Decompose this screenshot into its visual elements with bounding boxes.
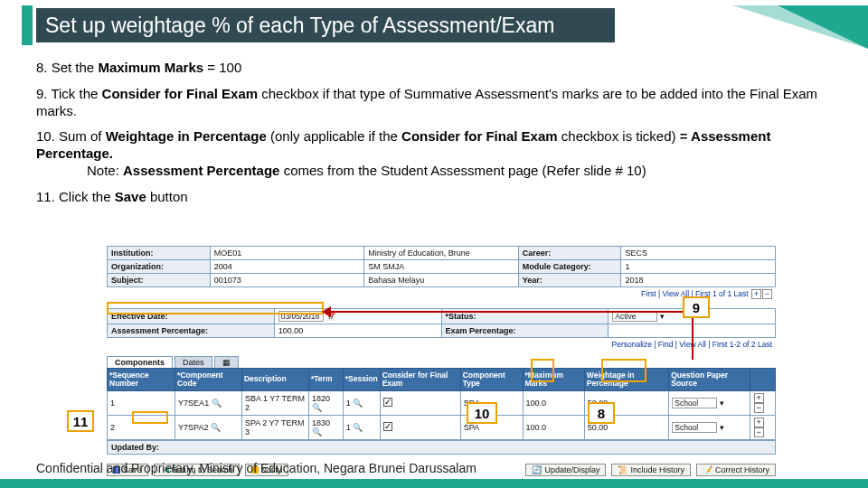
update-display-button[interactable]: 🔄 Update/Display (525, 464, 606, 476)
arrow-head-icon (322, 306, 331, 317)
effective-date-field[interactable]: 03/05/2018 (278, 311, 324, 322)
tab-showall[interactable]: ▦ (214, 356, 239, 368)
col-code[interactable]: *Component Code (175, 369, 242, 391)
tab-dates[interactable]: Dates (175, 356, 212, 368)
module-category-value: 1 (621, 260, 776, 274)
col-max[interactable]: *Maximum Marks (523, 369, 584, 391)
col-actions (750, 369, 775, 391)
assessment-pct-label: Assessment Percentage: (108, 324, 275, 338)
tab-components[interactable]: Components (107, 356, 173, 368)
step-8: 8. Set the Maximum Marks = 100 (36, 60, 832, 77)
institution-desc: Ministry of Education, Brune (364, 247, 519, 260)
callout-9: 9 (683, 296, 710, 318)
col-wt[interactable]: Weightage in Percentage (584, 369, 668, 391)
include-history-button[interactable]: 📜 Include History (611, 464, 691, 476)
subject-desc: Bahasa Melayu (364, 274, 519, 287)
annotation-arrow-vertical (692, 311, 693, 360)
updated-by-label: Updated By: (107, 440, 776, 455)
components-grid: *Sequence Number *Component Code Descrip… (107, 368, 776, 440)
step-9: 9. Tick the Consider for Final Exam chec… (36, 86, 832, 120)
callout-8: 8 (588, 402, 615, 424)
tab-row: Components Dates ▦ (107, 356, 776, 368)
slide-title: Set up weightage % of each Type of Asses… (36, 8, 615, 42)
col-desc[interactable]: Description (241, 369, 308, 391)
institution-value: MOE01 (210, 247, 364, 260)
callout-11: 11 (67, 410, 94, 432)
annotation-arrow (327, 311, 693, 313)
organization-value: 2004 (210, 260, 364, 274)
footer-text: Confidential and Proprietary, Ministry o… (36, 461, 476, 475)
col-consider[interactable]: Consider for Final Exam (380, 369, 460, 391)
app-screenshot: Institution: MOE01 Ministry of Education… (107, 246, 776, 476)
module-category-label: Module Category: (518, 260, 621, 274)
slide-title-area: Set up weightage % of each Type of Asses… (0, 5, 868, 51)
title-accent-bar (22, 5, 33, 45)
remove-row-icon[interactable]: − (754, 403, 764, 413)
exam-pct-label: Exam Percentage: (441, 324, 609, 338)
step-11: 11. Click the Save button (36, 189, 832, 206)
footer-bar (0, 479, 868, 488)
consider-checkbox[interactable] (383, 398, 392, 407)
organization-label: Organization: (108, 260, 211, 274)
header-info-table: Institution: MOE01 Ministry of Education… (107, 246, 776, 287)
step-10: 10. Sum of Weightage in Percentage (only… (36, 128, 832, 179)
grid-nav-mid[interactable]: Personalize | Find | View All | First 1-… (107, 338, 776, 351)
subject-label: Subject: (108, 274, 211, 287)
add-row-icon[interactable]: + (754, 393, 764, 403)
grid-nav-top[interactable]: First | View All | First 1 of 1 Last +− (107, 287, 776, 301)
col-session[interactable]: *Session (343, 369, 380, 391)
institution-label: Institution: (108, 247, 211, 260)
career-value: SECS (621, 247, 776, 260)
col-ctype[interactable]: Component Type (460, 369, 523, 391)
callout-10: 10 (467, 402, 497, 424)
table-row: 1 Y7SEA1 🔍 SBA 1 Y7 TERM 2 1820 🔍 1 🔍 SB… (108, 390, 776, 415)
correct-history-button[interactable]: 📝 Correct History (696, 464, 776, 476)
year-label: Year: (518, 274, 621, 287)
col-src[interactable]: Question Paper Source (669, 369, 750, 391)
assessment-pct-value: 100.00 (274, 324, 441, 338)
consider-checkbox[interactable] (383, 422, 392, 431)
effective-date-label: Effective Date: (108, 309, 275, 324)
instruction-text: 8. Set the Maximum Marks = 100 9. Tick t… (0, 51, 868, 205)
col-seq[interactable]: *Sequence Number (108, 369, 175, 391)
table-row: 2 Y7SPA2 🔍 SPA 2 Y7 TERM 3 1830 🔍 1 🔍 SP… (108, 415, 776, 439)
year-value: 2018 (621, 274, 776, 287)
career-label: Career: (518, 247, 621, 260)
organization-desc: SM SMJA (364, 260, 519, 274)
decor-triangle (778, 5, 868, 49)
col-term[interactable]: *Term (309, 369, 344, 391)
remove-row-icon[interactable]: − (754, 427, 764, 437)
subject-value: 001073 (210, 274, 364, 287)
add-row-icon[interactable]: + (754, 418, 764, 427)
